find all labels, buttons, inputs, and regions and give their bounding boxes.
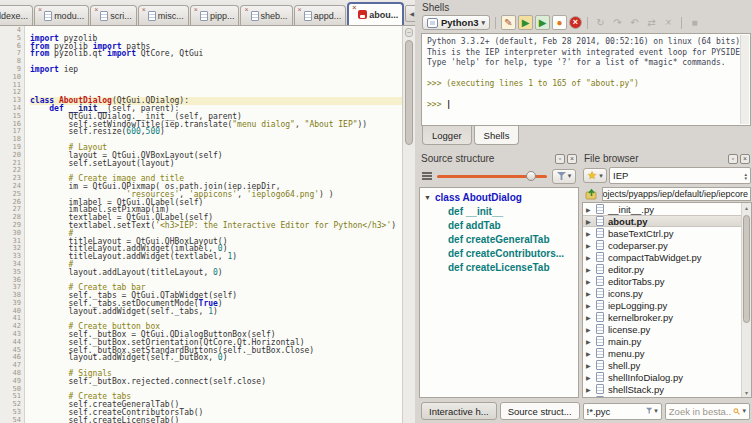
tool-tab[interactable]: Interactive h... [421,402,497,420]
chevron-down-icon: ▾ [742,407,746,415]
run-file-as-script-icon[interactable]: ● [552,15,567,30]
shell-output[interactable]: Python 3.3.2+ (default, Feb 28 2014, 00:… [421,33,751,126]
expand-icon[interactable]: ▶ [586,362,596,369]
expand-icon[interactable]: ▶ [586,374,596,381]
collapse-icon[interactable]: ▼ [424,194,435,201]
expand-icon[interactable]: ▶ [586,230,596,237]
editor-tab[interactable]: ×appd... [294,5,347,25]
source-structure-item[interactable]: def __init__ [420,204,578,218]
expand-icon[interactable]: ▶ [586,386,596,393]
search-in-files-input[interactable] [669,406,731,417]
stop-shell-icon[interactable]: × [569,16,582,29]
editor-scrollbar-thumb[interactable] [405,40,413,145]
run-file-icon[interactable]: ▶ [518,15,533,30]
editor-tab[interactable]: ×misc... [138,5,189,25]
file-list-scrollbar[interactable]: ▴ ▾ [741,203,751,397]
unsaved-changes-icon [358,10,367,19]
depth-slider-handle[interactable] [526,171,536,181]
search-in-files[interactable]: ▾ [665,403,750,420]
expand-icon[interactable]: ▶ [586,242,596,249]
expand-icon[interactable]: ▶ [586,314,596,321]
detach-panel-icon[interactable]: ▫ [728,154,738,164]
scroll-down-icon[interactable]: ▾ [742,389,751,396]
scroll-tabs-left-icon[interactable]: ◀ [405,5,415,22]
expand-icon[interactable]: ▶ [586,350,596,357]
tool-tab[interactable]: Source struct... [500,402,580,420]
shell-tab-python3[interactable]: Python3 ▾ [422,15,490,30]
file-browser-item[interactable]: ▶baseTextCtrl.py [583,227,751,239]
file-browser-item[interactable]: ▶iepLogging.py [583,299,751,311]
editor-tab-label: uildexe... [0,11,28,21]
file-browser-item[interactable]: ▶main.py [583,335,751,347]
line-number: 54 [0,417,21,423]
expand-icon[interactable]: ▶ [586,278,596,285]
structure-filter-button[interactable]: ▾ [552,169,576,184]
file-browser-item[interactable]: ▶shell.py [583,359,751,371]
expand-icon[interactable]: ▶ [586,254,596,261]
editor-tab[interactable]: ×scri... [90,5,137,25]
close-tab-icon[interactable]: × [352,5,356,11]
expand-icon[interactable]: ▶ [586,290,596,297]
source-structure-item[interactable]: def createGeneralTab [420,232,578,246]
close-tab-icon[interactable]: × [298,7,302,13]
source-structure-item[interactable]: def addTab [420,218,578,232]
shell-scrollbar[interactable] [740,35,749,124]
file-browser-item[interactable]: ▶editorTabs.py [583,275,751,287]
file-browser-item[interactable]: ▶__init__.py [583,203,751,215]
dock-tab-logger[interactable]: Logger [422,126,472,145]
file-browser-item[interactable]: ▶splash.py [583,395,751,398]
file-browser-item[interactable]: ▶shellInfoDialog.py [583,371,751,383]
source-structure-item[interactable]: def createContributors... [420,246,578,260]
spin-down-icon[interactable]: ▾ [744,176,747,180]
expand-icon[interactable]: ▶ [586,302,596,309]
depth-slider[interactable] [437,175,547,178]
current-path-field[interactable]: projects/pyapps/iep/default/iep/iepcore [602,187,751,201]
dock-tab-shells[interactable]: Shells [474,126,520,145]
editor-tab[interactable]: uildexe... [0,5,33,25]
scrollbar-step-icon[interactable]: ‒ [405,28,413,37]
file-browser-item[interactable]: ▶codeparser.py [583,239,751,251]
run-project-file-icon[interactable]: ▶ [535,15,550,30]
scroll-up-icon[interactable]: ▴ [742,204,751,211]
close-tab-icon[interactable]: × [194,7,198,13]
expand-icon[interactable]: ▶ [586,218,596,225]
file-browser-item[interactable]: ▶kernelbroker.py [583,311,751,323]
file-browser-item[interactable]: ▶shellStack.py [583,383,751,395]
file-browser-item[interactable]: ▶license.py [583,323,751,335]
expand-icon[interactable]: ▶ [586,398,596,399]
close-tab-icon[interactable]: × [94,7,98,13]
go-up-directory-button[interactable] [583,187,600,201]
expand-icon[interactable]: ▶ [586,266,596,273]
close-tab-icon[interactable]: × [38,7,42,13]
filename-filter-input[interactable] [587,406,644,417]
close-tab-icon[interactable]: × [142,7,146,13]
file-browser-item[interactable]: ▶menu.py [583,347,751,359]
close-panel-icon[interactable]: × [740,154,750,164]
filename-filter[interactable]: ▾ [583,403,662,420]
starred-dirs-button[interactable]: ★ ▾ [583,168,607,183]
code-area[interactable]: import pyzolibfrom pyzolib import pathsf… [25,26,402,423]
spinner-icons[interactable]: ▴ ▾ [744,172,747,180]
file-list-scrollbar-thumb[interactable] [743,215,750,323]
close-panel-icon[interactable]: × [567,154,577,164]
editor-tab[interactable]: ×modu... [34,5,89,25]
editor-tab[interactable]: ×abou... [347,2,404,25]
file-browser-item[interactable]: ▶compactTabWidget.py [583,251,751,263]
project-select[interactable]: IEP ▴ ▾ [609,167,751,184]
folder-up-icon [585,188,598,200]
close-tab-icon[interactable]: × [244,7,248,13]
expand-icon[interactable]: ▶ [586,206,596,213]
file-browser-item[interactable]: ▶icons.py [583,287,751,299]
expand-icon[interactable]: ▶ [586,338,596,345]
file-name-label: __init__.py [608,204,654,215]
edit-shell-config-icon[interactable]: ✎ [501,15,516,30]
source-structure-item[interactable]: ▼class AboutDialog [420,190,578,204]
editor-scrollbar[interactable]: ‒ [402,26,415,423]
file-browser-item[interactable]: ▶editor.py [583,263,751,275]
editor-tab[interactable]: ×pipp... [190,5,240,25]
editor-tab[interactable]: ×sheb... [240,5,292,25]
expand-icon[interactable]: ▶ [586,326,596,333]
source-structure-item[interactable]: def createLicenseTab [420,260,578,274]
detach-panel-icon[interactable]: ▫ [555,154,565,164]
file-browser-item[interactable]: ▶about.py [583,215,751,227]
